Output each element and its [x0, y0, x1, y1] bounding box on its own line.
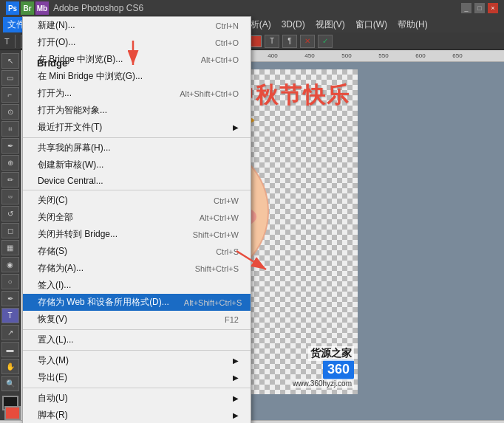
menu-checkin-label: 签入(I)...: [38, 279, 71, 292]
shape-tool[interactable]: ▬: [1, 342, 19, 357]
ruler-tick: 600: [402, 52, 439, 59]
file-menu-dropdown: 新建(N)... Ctrl+N 打开(O)... Ctrl+O 在 Bridge…: [22, 16, 251, 423]
menu-revert-label: 恢复(V): [38, 313, 67, 326]
marquee-tool[interactable]: ▭: [1, 70, 19, 86]
menu-export-label: 导出(E): [38, 371, 67, 384]
menu-save-web-label: 存储为 Web 和设备所用格式(D)...: [38, 296, 169, 309]
menu-open-as[interactable]: 打开为... Alt+Shift+Ctrl+O: [23, 85, 251, 102]
br-badge: Br: [21, 1, 34, 15]
ps-badge: Ps: [6, 1, 19, 15]
maximize-button[interactable]: □: [474, 3, 485, 13]
menu-import[interactable]: 导入(M) ▶: [23, 352, 251, 369]
menu-new-review[interactable]: 创建新审核(W)...: [23, 157, 251, 173]
ruler-tick: 550: [365, 52, 402, 59]
menu-browse-bridge[interactable]: 在 Bridge 中浏览(B)... Alt+Ctrl+O: [23, 51, 251, 68]
history-tool[interactable]: ↺: [1, 206, 19, 221]
cancel-edit-btn[interactable]: ✕: [300, 35, 315, 48]
menu-close-all-label: 关闭全部: [38, 211, 73, 224]
menu-scripts-label: 脚本(R): [38, 409, 68, 422]
menu-open-as-shortcut: Alt+Shift+Ctrl+O: [180, 89, 239, 98]
menu-sep-2: [23, 190, 251, 190]
quickselect-tool[interactable]: ⊙: [1, 104, 19, 120]
eraser-tool[interactable]: ◻: [1, 223, 19, 238]
menu-revert-shortcut: F12: [225, 315, 239, 324]
menu-sep-4: [23, 350, 251, 351]
menu-save-web[interactable]: 存储为 Web 和设备所用格式(D)... Alt+Shift+Ctrl+S: [23, 294, 251, 311]
close-button[interactable]: ×: [488, 3, 498, 13]
menu-close-shortcut: Ctrl+W: [214, 196, 239, 205]
watermark-label: 货源之家: [308, 346, 354, 361]
menu-automate[interactable]: 自动(U) ▶: [23, 390, 251, 407]
menu-open-as-label: 打开为...: [38, 87, 72, 100]
background-color[interactable]: [4, 406, 21, 421]
path-tool[interactable]: ↗: [1, 325, 19, 340]
menu-save-shortcut: Ctrl+S: [216, 247, 239, 256]
menu-place[interactable]: 置入(L)...: [23, 331, 251, 348]
title-bar: Ps Br Mb Adobe Photoshop CS6 _ □ ×: [0, 0, 504, 16]
menu-new[interactable]: 新建(N)... Ctrl+N: [23, 17, 251, 34]
watermark-url: www.360hyzj.com: [290, 379, 354, 388]
menu-new-shortcut: Ctrl+N: [216, 21, 239, 30]
menu-view[interactable]: 视图(V): [311, 17, 350, 32]
menu-recent[interactable]: 最近打开文件(T) ▶: [23, 119, 251, 136]
menu-place-label: 置入(L)...: [38, 334, 74, 346]
menu-close[interactable]: 关闭(C) Ctrl+W: [23, 192, 251, 209]
gradient-tool[interactable]: ▦: [1, 240, 19, 255]
menu-close-to-bridge-shortcut: Shift+Ctrl+W: [193, 230, 239, 239]
lasso-tool[interactable]: ⌐: [1, 87, 19, 103]
menu-open[interactable]: 打开(O)... Ctrl+O: [23, 34, 251, 51]
ruler-tick: 650: [439, 52, 476, 59]
confirm-edit-btn[interactable]: ✓: [318, 35, 333, 48]
menu-recent-arrow: ▶: [233, 123, 239, 131]
menu-3d[interactable]: 3D(D): [277, 18, 310, 31]
menu-save-label: 存储(S): [38, 245, 67, 258]
brush-tool[interactable]: ✏: [1, 172, 19, 188]
menu-automate-label: 自动(U): [38, 392, 68, 405]
zoom-tool[interactable]: 🔍: [1, 376, 19, 391]
menu-scripts[interactable]: 脚本(R) ▶: [23, 407, 251, 423]
menu-close-to-bridge[interactable]: 关闭并转到 Bridge... Shift+Ctrl+W: [23, 226, 251, 243]
move-tool[interactable]: ↖: [1, 53, 19, 69]
menu-help[interactable]: 帮助(H): [393, 17, 432, 32]
menu-browse-minibridge-label: 在 Mini Bridge 中浏览(G)...: [38, 70, 143, 83]
eyedropper-tool[interactable]: ✒: [1, 138, 19, 154]
menu-export[interactable]: 导出(E) ▶: [23, 369, 251, 386]
text-tool[interactable]: T: [1, 308, 19, 323]
menu-close-all-shortcut: Alt+Ctrl+W: [200, 213, 239, 222]
dodge-tool[interactable]: ○: [1, 274, 19, 289]
menu-open-label: 打开(O)...: [38, 36, 75, 49]
warp-text-btn[interactable]: T: [265, 35, 279, 48]
character-panel-btn[interactable]: ¶: [282, 35, 297, 48]
menu-close-all[interactable]: 关闭全部 Alt+Ctrl+W: [23, 209, 251, 226]
menu-browse-minibridge[interactable]: 在 Mini Bridge 中浏览(G)...: [23, 68, 251, 85]
menu-import-label: 导入(M): [38, 354, 69, 367]
pen-tool[interactable]: ✒: [1, 291, 19, 306]
heal-tool[interactable]: ⊕: [1, 155, 19, 171]
menu-open-shortcut: Ctrl+O: [215, 38, 239, 47]
menu-save[interactable]: 存储(S) Ctrl+S: [23, 243, 251, 260]
menu-close-label: 关闭(C): [38, 194, 68, 207]
menu-share-screen[interactable]: 共享我的屏幕(H)...: [23, 140, 251, 157]
minimize-button[interactable]: _: [461, 3, 471, 13]
menu-save-as[interactable]: 存储为(A)... Shift+Ctrl+S: [23, 260, 251, 277]
menu-recent-label: 最近打开文件(T): [38, 121, 102, 134]
mb-badge: Mb: [35, 1, 49, 15]
text-color-swatch[interactable]: [250, 35, 262, 47]
menu-close-to-bridge-label: 关闭并转到 Bridge...: [38, 228, 118, 241]
menu-checkin[interactable]: 签入(I)...: [23, 277, 251, 294]
menu-window[interactable]: 窗口(W): [351, 17, 392, 32]
stamp-tool[interactable]: ⎃: [1, 189, 19, 204]
window-controls[interactable]: _ □ ×: [461, 3, 498, 13]
app-title: Adobe Photoshop CS6: [53, 3, 143, 13]
menu-device-central-label: Device Central...: [38, 176, 103, 186]
menu-save-web-shortcut: Alt+Shift+Ctrl+S: [184, 298, 242, 307]
hand-tool[interactable]: ✋: [1, 359, 19, 374]
menu-import-arrow: ▶: [233, 357, 239, 365]
blur-tool[interactable]: ◉: [1, 257, 19, 272]
menu-device-central[interactable]: Device Central...: [23, 173, 251, 188]
crop-tool[interactable]: ⌗: [1, 121, 19, 137]
menu-browse-bridge-label: 在 Bridge 中浏览(B)...: [38, 53, 123, 66]
menu-revert[interactable]: 恢复(V) F12: [23, 311, 251, 328]
menu-open-smart[interactable]: 打开为智能对象...: [23, 102, 251, 119]
menu-browse-bridge-shortcut: Alt+Ctrl+O: [201, 55, 239, 64]
